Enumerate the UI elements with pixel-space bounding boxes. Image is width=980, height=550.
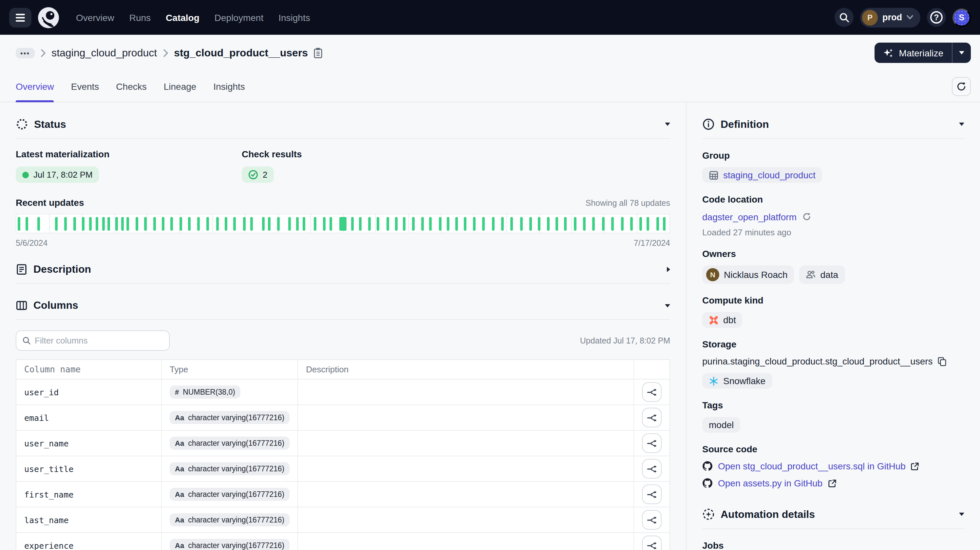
- update-bar[interactable]: [547, 217, 549, 231]
- check-results-badge[interactable]: 2: [242, 166, 274, 183]
- nav-item[interactable]: Insights: [276, 8, 313, 27]
- update-bar[interactable]: [250, 217, 253, 231]
- update-bar[interactable]: [64, 217, 67, 231]
- update-bar[interactable]: [73, 217, 76, 231]
- owner-user-pill[interactable]: N Nicklaus Roach: [702, 266, 794, 284]
- update-bar[interactable]: [447, 217, 449, 231]
- update-bar[interactable]: [352, 217, 354, 231]
- update-bar[interactable]: [136, 217, 138, 231]
- update-bar[interactable]: [421, 217, 424, 231]
- update-bar[interactable]: [154, 217, 156, 231]
- copy-asset-name-button[interactable]: [313, 47, 323, 58]
- update-bar[interactable]: [656, 217, 659, 231]
- update-bar[interactable]: [243, 217, 246, 231]
- breadcrumb-overflow-button[interactable]: •••: [16, 48, 34, 58]
- update-bar[interactable]: [127, 217, 129, 231]
- update-bar[interactable]: [647, 217, 649, 231]
- update-bar[interactable]: [262, 217, 265, 231]
- compute-kind-pill[interactable]: dbt: [702, 312, 743, 328]
- update-bar[interactable]: [611, 217, 614, 231]
- tag-pill[interactable]: model: [702, 417, 740, 433]
- update-bar[interactable]: [225, 217, 228, 231]
- update-bar[interactable]: [145, 217, 147, 231]
- update-bar[interactable]: [339, 217, 346, 231]
- update-bar[interactable]: [233, 217, 236, 231]
- latest-materialization-badge[interactable]: Jul 17, 8:02 PM: [16, 166, 99, 183]
- update-bar[interactable]: [403, 217, 406, 231]
- update-bar[interactable]: [81, 217, 84, 231]
- update-bar[interactable]: [510, 217, 512, 231]
- source-code-link[interactable]: Open stg_cloud_product__users.sql in Git…: [718, 461, 906, 471]
- update-bar[interactable]: [464, 217, 466, 231]
- nav-item[interactable]: Deployment: [212, 8, 266, 27]
- user-avatar[interactable]: S: [953, 8, 971, 27]
- copy-icon[interactable]: [937, 356, 947, 366]
- tab[interactable]: Events: [71, 71, 99, 102]
- column-lineage-button[interactable]: [642, 382, 662, 402]
- update-bar[interactable]: [482, 217, 485, 231]
- update-bar[interactable]: [555, 217, 558, 231]
- update-bar[interactable]: [296, 217, 298, 231]
- update-bar[interactable]: [25, 217, 28, 231]
- nav-item[interactable]: Catalog: [163, 8, 202, 27]
- column-lineage-button[interactable]: [642, 510, 662, 530]
- update-bar[interactable]: [455, 217, 458, 231]
- update-bar[interactable]: [592, 217, 595, 231]
- dagster-logo-icon[interactable]: [38, 7, 59, 28]
- column-lineage-button[interactable]: [642, 485, 662, 504]
- update-bar[interactable]: [538, 217, 540, 231]
- column-lineage-button[interactable]: [642, 433, 662, 453]
- owner-team-pill[interactable]: data: [800, 266, 845, 284]
- update-bar[interactable]: [277, 217, 280, 231]
- storage-platform-pill[interactable]: Snowflake: [702, 373, 772, 389]
- update-bar[interactable]: [206, 217, 209, 231]
- update-bar[interactable]: [180, 217, 182, 231]
- reload-icon[interactable]: [803, 212, 811, 221]
- update-bar[interactable]: [323, 217, 325, 231]
- code-location-link[interactable]: dagster_open_platform: [702, 212, 797, 222]
- update-bar[interactable]: [583, 217, 586, 231]
- nav-item[interactable]: Runs: [127, 8, 153, 27]
- update-bar[interactable]: [121, 217, 124, 231]
- update-bar[interactable]: [102, 217, 105, 231]
- updates-timeline[interactable]: [16, 214, 670, 233]
- help-button[interactable]: ?: [927, 8, 946, 27]
- update-bar[interactable]: [359, 217, 362, 231]
- update-bar[interactable]: [115, 217, 118, 231]
- search-button[interactable]: [835, 8, 854, 27]
- update-bar[interactable]: [395, 217, 398, 231]
- description-expand-button[interactable]: [667, 267, 670, 272]
- automation-collapse-button[interactable]: [959, 513, 964, 516]
- refresh-button[interactable]: [952, 77, 971, 96]
- tab[interactable]: Lineage: [164, 71, 197, 102]
- update-bar[interactable]: [55, 217, 58, 231]
- update-bar[interactable]: [473, 217, 476, 231]
- main-menu-button[interactable]: [9, 8, 32, 27]
- group-pill[interactable]: staging_cloud_product: [702, 167, 822, 183]
- nav-item[interactable]: Overview: [73, 8, 117, 27]
- environment-switcher[interactable]: P prod: [860, 8, 920, 27]
- update-bar[interactable]: [162, 217, 165, 231]
- materialize-button[interactable]: Materialize: [875, 43, 952, 63]
- column-lineage-button[interactable]: [642, 408, 662, 427]
- tab[interactable]: Checks: [116, 71, 146, 102]
- definition-collapse-button[interactable]: [959, 123, 964, 126]
- update-bar[interactable]: [387, 217, 390, 231]
- update-bar[interactable]: [564, 217, 567, 231]
- update-bar[interactable]: [501, 217, 504, 231]
- update-bar[interactable]: [197, 217, 200, 231]
- update-bar[interactable]: [369, 217, 371, 231]
- update-bar[interactable]: [107, 217, 110, 231]
- update-bar[interactable]: [574, 217, 577, 231]
- update-bar[interactable]: [268, 217, 270, 231]
- columns-collapse-button[interactable]: [665, 304, 670, 307]
- update-bar[interactable]: [602, 217, 605, 231]
- update-bar[interactable]: [313, 217, 316, 231]
- update-bar[interactable]: [37, 217, 40, 231]
- update-bar[interactable]: [18, 217, 20, 231]
- update-bar[interactable]: [640, 217, 642, 231]
- update-bar[interactable]: [89, 217, 91, 231]
- update-bar[interactable]: [429, 217, 432, 231]
- update-bar[interactable]: [329, 217, 332, 231]
- status-collapse-button[interactable]: [665, 123, 670, 126]
